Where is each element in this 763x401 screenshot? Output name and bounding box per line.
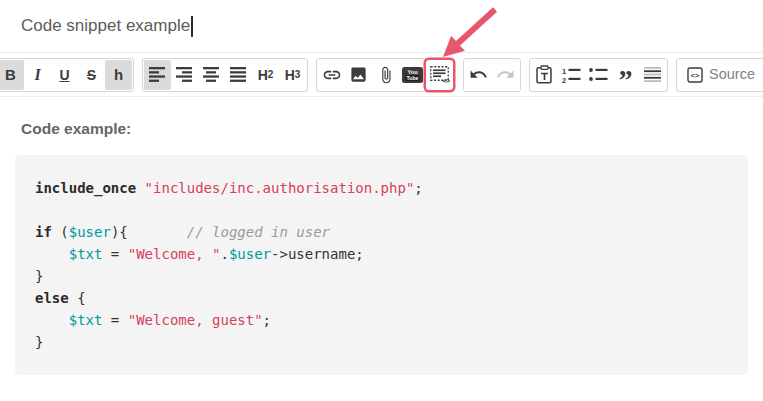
- toolbar-group-paragraph: H2H3: [142, 58, 308, 92]
- link-button[interactable]: [318, 60, 345, 90]
- link-icon: [322, 65, 342, 85]
- source-doc-icon: <>: [687, 67, 703, 83]
- redo-button[interactable]: [492, 60, 519, 90]
- code-line: $txt = "Welcome, ".$user->username;: [35, 243, 728, 265]
- heading-2-button[interactable]: H2: [252, 60, 279, 90]
- strikethrough-icon: S: [87, 68, 96, 82]
- bold-button[interactable]: B: [0, 60, 24, 90]
- hr-lines-icon: [644, 67, 661, 82]
- svg-text:You: You: [407, 68, 418, 74]
- heading-3-icon: H3: [285, 68, 301, 82]
- horizontal-rule-button[interactable]: [639, 60, 666, 90]
- source-button-label: Source: [709, 67, 755, 82]
- toolbar-group-blocks: 12”: [529, 58, 668, 92]
- code-line: }: [35, 265, 728, 287]
- image-icon: [349, 65, 368, 84]
- toolbar: BIUShH2H3YouTube<>12”<>Source: [0, 53, 763, 97]
- align-left-icon: [149, 67, 166, 82]
- svg-text:1: 1: [562, 67, 566, 76]
- svg-text:<>: <>: [690, 70, 700, 79]
- highlight-button[interactable]: h: [105, 60, 132, 90]
- svg-text:<>: <>: [442, 77, 450, 83]
- bold-icon: B: [5, 67, 16, 82]
- image-button[interactable]: [345, 60, 372, 90]
- title-row: Code snippet example: [0, 0, 763, 53]
- italic-icon: I: [34, 67, 40, 83]
- code-line: if ($user){ // logged in user: [35, 221, 728, 243]
- youtube-icon: YouTube: [402, 67, 423, 83]
- align-center-icon: [203, 67, 220, 82]
- toolbar-group-source: <>Source: [676, 58, 763, 92]
- italic-button[interactable]: I: [24, 60, 51, 90]
- toolbar-group-history: [463, 58, 521, 92]
- source-button[interactable]: <>Source: [678, 60, 763, 90]
- align-justify-icon: [230, 67, 247, 82]
- undo-icon: [469, 65, 488, 84]
- content-heading: Code example:: [21, 120, 763, 138]
- redo-icon: [496, 65, 515, 84]
- paste-text-icon: [536, 65, 553, 84]
- align-center-button[interactable]: [198, 60, 225, 90]
- code-line: include_once "includes/inc.authorisation…: [35, 177, 728, 199]
- editor-content[interactable]: Code example: include_once "includes/inc…: [0, 120, 763, 375]
- code-snippet-button[interactable]: <>: [426, 60, 453, 90]
- heading-3-button[interactable]: H3: [279, 60, 306, 90]
- paste-as-text-button[interactable]: [531, 60, 558, 90]
- unordered-list-icon: [589, 67, 608, 83]
- heading-2-icon: H2: [258, 68, 274, 82]
- strikethrough-button[interactable]: S: [78, 60, 105, 90]
- ordered-list-icon: 12: [562, 67, 581, 83]
- attachment-icon: [377, 66, 395, 84]
- align-right-button[interactable]: [171, 60, 198, 90]
- highlight-icon: h: [114, 67, 123, 82]
- attachment-button[interactable]: [372, 60, 399, 90]
- blockquote-button[interactable]: ”: [612, 60, 639, 90]
- title-input[interactable]: Code snippet example: [21, 16, 193, 37]
- unordered-list-button[interactable]: [585, 60, 612, 90]
- underline-button[interactable]: U: [51, 60, 78, 90]
- code-snippet-icon: <>: [430, 66, 450, 83]
- align-right-icon: [176, 67, 193, 82]
- ordered-list-button[interactable]: 12: [558, 60, 585, 90]
- align-left-button[interactable]: [144, 60, 171, 90]
- svg-text:2: 2: [562, 75, 566, 83]
- code-block: include_once "includes/inc.authorisation…: [15, 155, 748, 375]
- code-line: $txt = "Welcome, guest";: [35, 309, 728, 331]
- code-line: else {: [35, 287, 728, 309]
- text-cursor: [191, 16, 193, 37]
- youtube-button[interactable]: YouTube: [399, 60, 426, 90]
- title-text: Code snippet example: [21, 16, 190, 36]
- align-justify-button[interactable]: [225, 60, 252, 90]
- code-line: [35, 199, 728, 221]
- code-line: }: [35, 331, 728, 353]
- svg-text:Tube: Tube: [406, 74, 418, 80]
- underline-icon: U: [59, 68, 69, 82]
- toolbar-group-text-format: BIUSh: [0, 58, 134, 92]
- toolbar-group-insert: YouTube<>: [316, 58, 455, 92]
- undo-button[interactable]: [465, 60, 492, 90]
